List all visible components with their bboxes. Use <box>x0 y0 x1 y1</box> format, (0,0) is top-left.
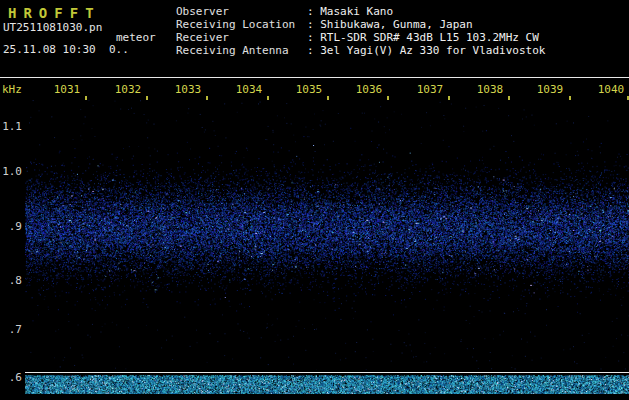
y-tick-label: 1.1 <box>0 121 22 133</box>
x-tick-label: 1037 <box>417 83 444 96</box>
y-axis-unit: kHz <box>2 83 22 96</box>
info-value: : RTL-SDR SDR# 43dB L15 103.2MHz CW <box>307 31 539 44</box>
info-label: Receiving Antenna <box>176 44 307 57</box>
y-tick-label: .8 <box>0 275 22 287</box>
info-label: Receiver <box>176 31 307 44</box>
y-tick-label: .9 <box>0 221 22 233</box>
x-tick-label: 1038 <box>477 83 504 96</box>
y-tick-label: 1.0 <box>0 166 22 178</box>
info-row-receiver: Receiver: RTL-SDR SDR# 43dB L15 103.2MHz… <box>176 31 545 44</box>
y-tick-label: .6 <box>0 372 22 384</box>
x-tick-label: 1035 <box>296 83 323 96</box>
echo-counter: 0.. <box>109 43 129 56</box>
x-tick-label: 1032 <box>115 83 142 96</box>
header-divider <box>0 77 629 78</box>
y-tick-label: .7 <box>0 324 22 336</box>
x-tick-label: 1034 <box>236 83 263 96</box>
info-value: : Masaki Kano <box>307 5 393 18</box>
datetime-label: 25.11.08 10:30 <box>3 43 96 56</box>
info-value: : Shibukawa, Gunma, Japan <box>307 18 473 31</box>
info-label: Receiving Location <box>176 18 307 31</box>
receiver-info-block: Observer: Masaki Kano Receiving Location… <box>176 5 545 57</box>
spectrogram-canvas <box>25 100 629 370</box>
info-row-antenna: Receiving Antenna: 3el Yagi(V) Az 330 fo… <box>176 44 545 57</box>
x-tick-label: 1031 <box>54 83 81 96</box>
hrofft-screen: HROFFT UT2511081030.pn meteor 25.11.08 1… <box>0 0 629 400</box>
info-label: Observer <box>176 5 307 18</box>
app-title: HROFFT <box>8 5 101 21</box>
x-tick-label: 1033 <box>175 83 202 96</box>
x-tick-label: 1036 <box>356 83 383 96</box>
info-row-location: Receiving Location: Shibukawa, Gunma, Ja… <box>176 18 545 31</box>
x-tick-label: 1039 <box>537 83 564 96</box>
level-strip-canvas <box>25 375 629 394</box>
output-filename: UT2511081030.pn <box>3 21 102 34</box>
x-tick-label: 1040 <box>598 83 625 96</box>
strip-divider <box>25 372 629 373</box>
info-row-observer: Observer: Masaki Kano <box>176 5 545 18</box>
info-value: : 3el Yagi(V) Az 330 for Vladivostok <box>307 44 545 57</box>
